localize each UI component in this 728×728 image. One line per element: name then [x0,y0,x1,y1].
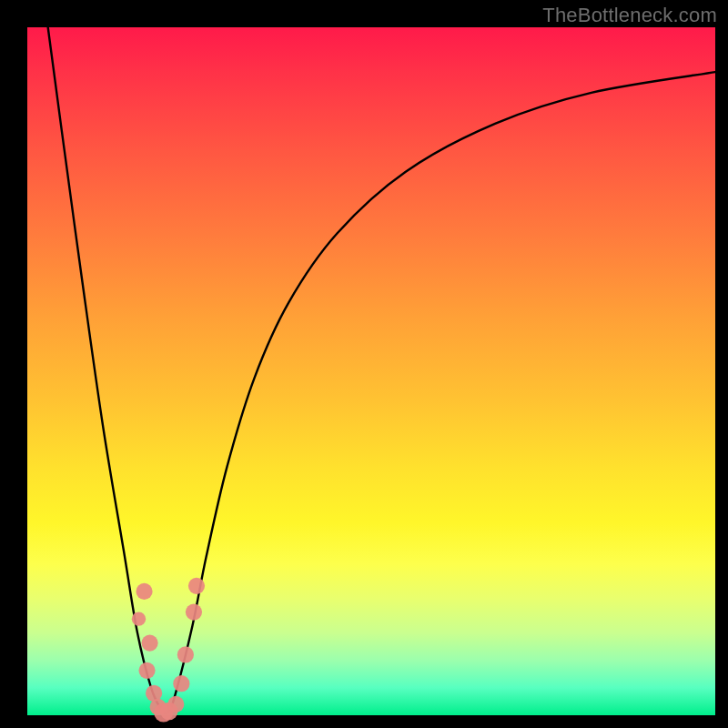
data-marker [167,696,184,713]
watermark-text: TheBottleneck.com [542,4,717,27]
data-marker [186,604,202,621]
data-marker [173,675,189,692]
marker-group [132,578,205,723]
chart-frame: TheBottleneck.com [0,0,728,728]
data-marker [138,662,155,679]
data-marker [136,583,152,600]
plot-area [27,27,715,715]
data-marker [132,612,146,625]
data-marker [141,635,157,652]
chart-svg [27,27,715,715]
bottleneck-curve-path [48,27,715,713]
data-marker [177,646,194,662]
data-marker [188,578,205,594]
